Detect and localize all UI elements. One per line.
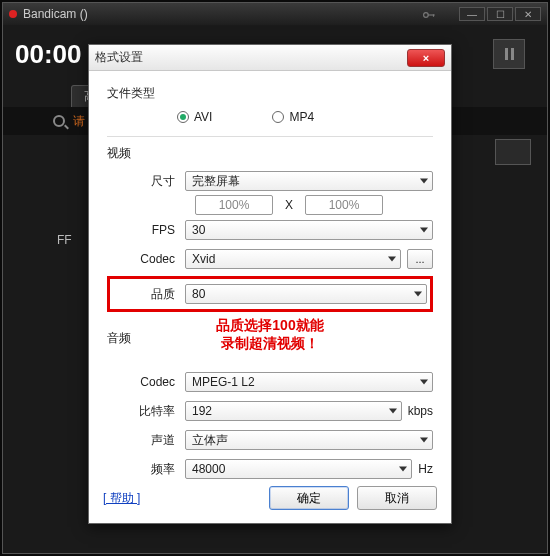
dialog-titlebar: 格式设置 ×	[89, 45, 451, 71]
select-value: 30	[192, 223, 205, 237]
maximize-button[interactable]: ☐	[487, 7, 513, 21]
label-frequency: 频率	[107, 461, 185, 478]
chevron-down-icon	[420, 438, 428, 443]
unit-hz: Hz	[418, 462, 433, 476]
minimize-button[interactable]: —	[459, 7, 485, 21]
input-width-percent[interactable]: 100%	[195, 195, 273, 215]
row-bitrate: 比特率 192 kbps	[107, 398, 433, 424]
search-icon	[53, 115, 65, 127]
record-indicator-icon	[9, 10, 17, 18]
help-link[interactable]: [ 帮助 ]	[103, 490, 140, 507]
cancel-button[interactable]: 取消	[357, 486, 437, 510]
x-separator: X	[285, 198, 293, 212]
row-size-percent: 100% X 100%	[107, 195, 433, 215]
pause-button[interactable]	[493, 39, 525, 69]
row-frequency: 频率 48000 Hz	[107, 456, 433, 479]
chevron-down-icon	[420, 380, 428, 385]
row-channel: 声道 立体声	[107, 427, 433, 453]
select-bitrate[interactable]: 192	[185, 401, 402, 421]
quality-highlight: 品质 80	[107, 276, 433, 312]
input-height-percent[interactable]: 100%	[305, 195, 383, 215]
select-video-codec[interactable]: Xvid	[185, 249, 401, 269]
row-quality: 品质 80	[113, 281, 427, 307]
chevron-down-icon	[420, 228, 428, 233]
select-value: 80	[192, 287, 205, 301]
chevron-down-icon	[389, 409, 397, 414]
select-value: 完整屏幕	[192, 173, 240, 190]
section-video-heading: 视频	[107, 145, 433, 162]
row-video-codec: Codec Xvid ...	[107, 246, 433, 272]
side-button-1[interactable]	[495, 139, 531, 165]
chevron-down-icon	[414, 292, 422, 297]
radio-label: MP4	[289, 110, 314, 124]
radio-icon	[177, 111, 189, 123]
row-size: 尺寸 完整屏幕	[107, 168, 433, 194]
svg-point-0	[424, 13, 429, 18]
select-quality[interactable]: 80	[185, 284, 427, 304]
select-value: Xvid	[192, 252, 215, 266]
select-channel[interactable]: 立体声	[185, 430, 433, 450]
label-quality: 品质	[113, 286, 185, 303]
radio-avi[interactable]: AVI	[177, 110, 212, 124]
chevron-down-icon	[420, 179, 428, 184]
radio-icon	[272, 111, 284, 123]
select-value: MPEG-1 L2	[192, 375, 255, 389]
chevron-down-icon	[399, 467, 407, 472]
codec-options-button[interactable]: ...	[407, 249, 433, 269]
pause-icon	[505, 48, 514, 60]
ok-button[interactable]: 确定	[269, 486, 349, 510]
select-value: 48000	[192, 462, 225, 476]
label-codec: Codec	[107, 252, 185, 266]
ellipsis-icon: ...	[415, 253, 424, 265]
close-icon: ×	[423, 52, 429, 64]
label-channel: 声道	[107, 432, 185, 449]
dialog-title: 格式设置	[95, 49, 143, 66]
format-settings-dialog: 格式设置 × 文件类型 AVI MP4 视频 尺寸 完整屏幕	[88, 44, 452, 524]
unit-kbps: kbps	[408, 404, 433, 418]
app-title: Bandicam ()	[23, 7, 88, 21]
chevron-down-icon	[388, 257, 396, 262]
button-label: 确定	[297, 490, 321, 507]
label-audio-codec: Codec	[107, 375, 185, 389]
label-fps: FPS	[107, 223, 185, 237]
divider	[107, 136, 433, 137]
bg-label: FF	[57, 233, 72, 247]
dialog-body: 文件类型 AVI MP4 视频 尺寸 完整屏幕 100% X 100%	[89, 71, 451, 479]
row-audio-codec: Codec MPEG-1 L2	[107, 369, 433, 395]
record-timer: 00:00	[15, 39, 82, 70]
radio-label: AVI	[194, 110, 212, 124]
select-fps[interactable]: 30	[185, 220, 433, 240]
key-icon	[423, 9, 437, 19]
label-bitrate: 比特率	[107, 403, 185, 420]
main-titlebar: Bandicam () — ☐ ✕	[3, 3, 547, 25]
button-label: 取消	[385, 490, 409, 507]
select-value: 192	[192, 404, 212, 418]
select-audio-codec[interactable]: MPEG-1 L2	[185, 372, 433, 392]
filetype-radio-row: AVI MP4	[107, 108, 433, 126]
select-value: 立体声	[192, 432, 228, 449]
dialog-footer: [ 帮助 ] 确定 取消	[89, 479, 451, 523]
dialog-close-button[interactable]: ×	[407, 49, 445, 67]
svg-rect-2	[433, 14, 434, 16]
radio-mp4[interactable]: MP4	[272, 110, 314, 124]
search-text: 请	[73, 113, 85, 130]
section-filetype-heading: 文件类型	[107, 85, 433, 102]
label-size: 尺寸	[107, 173, 185, 190]
select-size[interactable]: 完整屏幕	[185, 171, 433, 191]
close-button[interactable]: ✕	[515, 7, 541, 21]
select-frequency[interactable]: 48000	[185, 459, 412, 479]
row-fps: FPS 30	[107, 217, 433, 243]
